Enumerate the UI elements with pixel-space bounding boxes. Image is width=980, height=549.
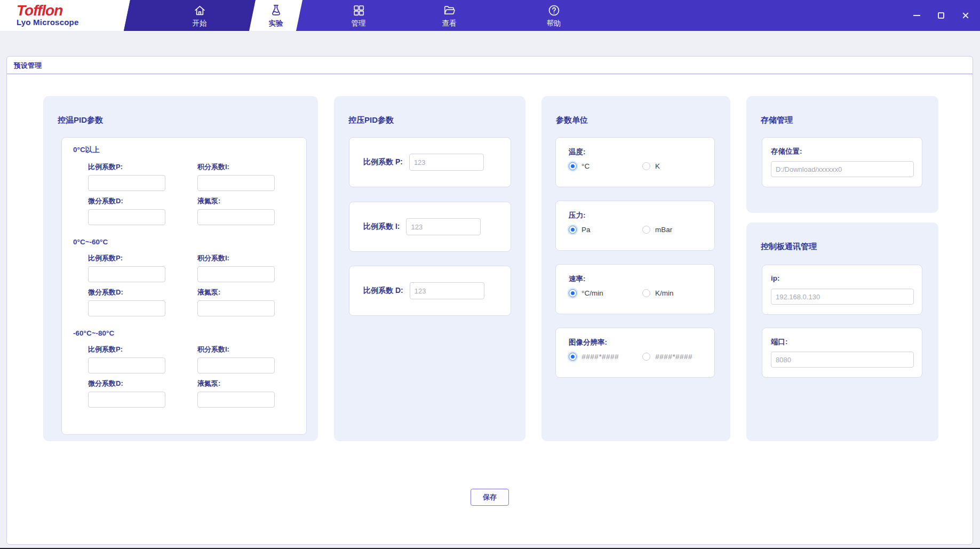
panel-storage: 存储管理 存储位置: [746,96,938,213]
panel-title: 控温PID参数 [58,115,103,125]
app-logo: Tofflon Lyo Microscope [17,3,78,27]
content-panel: 预设管理 控温PID参数 0°C以上 比例系数P: 积分系数I: 微分系数D: … [6,56,973,545]
group-label: 图像分辨率: [569,338,607,347]
coefficient-i-input[interactable] [197,357,275,373]
storage-location-input[interactable] [771,161,914,177]
temperature-pid-card: 0°C以上 比例系数P: 积分系数I: 微分系数D: 液氮泵: 0°C~-60°… [61,137,307,435]
ip-card: ip: [762,265,922,315]
nav-tab-label: 实验 [269,19,283,28]
logo-brand-text: Tofflon [17,3,78,18]
radio-resolution-1[interactable]: ####*#### [569,353,619,361]
field-label: 微分系数D: [88,196,165,206]
ip-input[interactable] [771,289,914,305]
radio-mbar[interactable]: mBar [642,226,672,234]
nav-tab-label: 管理 [352,19,366,28]
titlebar: Tofflon Lyo Microscope 开始 实验 管理 [0,0,980,31]
maximize-icon [938,12,944,19]
pressure-i-input[interactable] [406,218,481,235]
coefficient-d-input[interactable] [88,209,165,225]
radio-label: Pa [581,226,591,234]
panel-comm: 控制板通讯管理 ip: 端口: [746,222,938,441]
radio-pa[interactable]: Pa [569,226,591,234]
group-label: 速率: [569,274,586,284]
radio-icon [642,289,650,297]
coefficient-d-input[interactable] [88,392,165,408]
temp-section-minus60-to-minus80: -60°C~-80°C 比例系数P: 积分系数I: 微分系数D: 液氮泵: [88,329,296,408]
nav-tab-experiment[interactable]: 实验 [244,4,308,28]
radio-icon [569,353,577,361]
section-title: 0°C以上 [73,145,296,155]
radio-icon [642,162,650,170]
pressure-p-input[interactable] [409,154,484,171]
radio-label: K/min [655,289,674,297]
radio-celsius-per-min[interactable]: °C/min [569,289,603,297]
field-label: 微分系数D: [88,379,165,388]
coefficient-p-input[interactable] [88,357,165,373]
radio-resolution-2[interactable]: ####*#### [642,353,692,361]
radio-label: K [655,162,660,170]
home-icon [193,4,206,17]
coefficient-p-input[interactable] [88,266,165,282]
help-icon [547,4,561,17]
minimize-icon [913,15,920,16]
field-label: 积分系数I: [197,162,275,172]
grid-icon [352,4,365,17]
radio-icon [569,289,577,297]
field-label: 液氮泵: [197,379,275,388]
section-title: 0°C~-60°C [73,238,296,246]
unit-resolution-card: 图像分辨率: ####*#### ####*#### [555,328,715,378]
coefficient-i-input[interactable] [197,266,275,282]
radio-celsius[interactable]: °C [569,162,589,170]
pressure-d-input[interactable] [410,282,484,299]
temp-section-0-to-minus60: 0°C~-60°C 比例系数P: 积分系数I: 微分系数D: 液氮泵: [88,238,296,316]
storage-location-card: 存储位置: [762,137,922,187]
field-label: 比例系数 D: [363,286,403,296]
radio-kelvin-per-min[interactable]: K/min [642,289,674,297]
field-label: 积分系数I: [197,345,275,354]
pressure-d-card: 比例系数 D: [349,266,511,316]
coefficient-i-input[interactable] [197,175,275,191]
radio-label: ####*#### [581,353,619,361]
panel-title: 存储管理 [761,115,793,125]
nav-tab-label: 帮助 [547,19,561,28]
logo-subtitle-text: Lyo Microscope [17,18,78,27]
radio-label: °C [581,162,589,170]
minimize-button[interactable] [911,10,922,21]
nav-tab-help[interactable]: 帮助 [522,4,586,28]
nav-tab-label: 开始 [193,19,207,28]
unit-pressure-card: 压力: Pa mBar [555,201,715,251]
nitrogen-pump-input[interactable] [197,392,275,408]
page-title: 预设管理 [14,61,42,70]
field-label: 积分系数I: [197,253,275,263]
nav-tab-manage[interactable]: 管理 [326,4,391,28]
field-label: 液氮泵: [197,196,275,206]
field-label: 比例系数 I: [363,222,400,232]
panel-title: 控制板通讯管理 [761,242,817,252]
nitrogen-pump-input[interactable] [197,209,275,225]
panel-pressure-pid: 控压PID参数 比例系数 P: 比例系数 I: 比例系数 D: [334,96,525,441]
close-icon [962,12,969,19]
field-label: 比例系数P: [88,162,165,172]
radio-label: mBar [655,226,672,234]
group-label: 温度: [569,147,586,157]
port-input[interactable] [771,352,914,368]
nav-tab-start[interactable]: 开始 [168,4,232,28]
coefficient-d-input[interactable] [88,300,165,316]
window-controls [911,0,980,31]
nav-tab-view[interactable]: 查看 [417,4,481,28]
pressure-i-card: 比例系数 I: [349,202,511,252]
radio-icon [642,353,650,361]
radio-kelvin[interactable]: K [642,162,660,170]
field-label: 存储位置: [771,147,802,156]
pressure-p-card: 比例系数 P: [349,137,511,187]
unit-temperature-card: 温度: °C K [555,137,715,187]
folder-icon [443,4,456,17]
save-button[interactable]: 保存 [471,489,509,506]
unit-rate-card: 速率: °C/min K/min [555,264,715,314]
nitrogen-pump-input[interactable] [197,300,275,316]
field-label: 液氮泵: [197,288,275,297]
coefficient-p-input[interactable] [88,175,165,191]
maximize-button[interactable] [935,10,947,21]
close-button[interactable] [960,10,971,21]
field-label: ip: [771,274,780,282]
